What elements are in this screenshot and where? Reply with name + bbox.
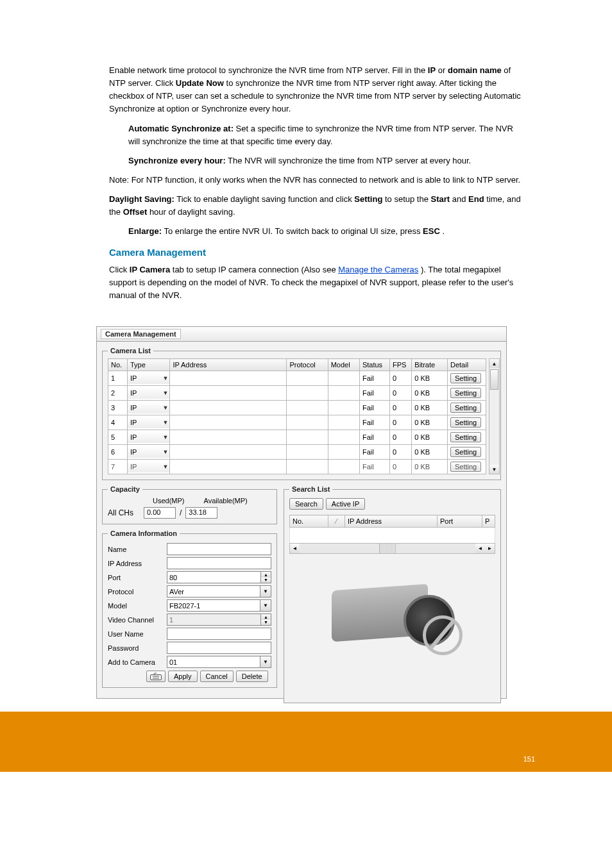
setting-button[interactable]: Setting: [450, 388, 481, 398]
chevron-down-icon[interactable]: ▼: [260, 585, 271, 597]
cell-model: [328, 460, 359, 474]
col-type[interactable]: Type: [127, 359, 169, 371]
search-button[interactable]: Search: [289, 498, 323, 510]
ip-input[interactable]: [167, 557, 271, 569]
sl-col-sort[interactable]: ∕: [328, 515, 345, 528]
chevron-down-icon[interactable]: ▼: [260, 599, 271, 612]
cell-detail: Setting: [447, 415, 486, 430]
search-list-hscroll[interactable]: ◄ ◄ ►: [289, 543, 495, 554]
sl-col-port[interactable]: Port: [438, 515, 482, 528]
sl-col-no[interactable]: No.: [290, 515, 328, 528]
add-to-camera-select[interactable]: [167, 656, 260, 668]
camera-info-legend: Camera Information: [108, 530, 180, 537]
scroll-up-icon[interactable]: ▲: [489, 359, 499, 368]
scroll-thumb[interactable]: [490, 369, 498, 390]
protocol-select[interactable]: [167, 585, 260, 597]
model-label: Model: [108, 602, 167, 610]
port-input[interactable]: [167, 571, 261, 583]
cell-type[interactable]: IP▼: [127, 460, 169, 474]
chevron-down-icon[interactable]: ▼: [162, 463, 168, 470]
prose-text: The NVR will synchronize the time from N…: [228, 156, 471, 165]
cell-ip: [170, 386, 287, 401]
add-to-camera-label: Add to Camera: [108, 658, 167, 666]
sl-col-ip[interactable]: IP Address: [345, 515, 438, 528]
col-bitrate[interactable]: Bitrate: [412, 359, 448, 371]
scroll-right-icon[interactable]: ►: [485, 544, 495, 553]
col-detail[interactable]: Detail: [447, 359, 486, 371]
cell-type[interactable]: IP▼: [127, 371, 169, 386]
table-row[interactable]: 5IP▼Fail00 KBSetting: [108, 430, 486, 445]
video-channel-spinner: ▲▼: [261, 613, 271, 626]
capacity-legend: Capacity: [108, 485, 142, 493]
search-list-group: Search List Search Active IP No. ∕: [284, 485, 501, 703]
setting-button[interactable]: Setting: [450, 373, 481, 383]
prose-bold: domain name: [448, 65, 502, 75]
video-channel-input: [167, 613, 261, 626]
chevron-down-icon[interactable]: ▼: [162, 434, 168, 440]
setting-button[interactable]: Setting: [450, 447, 481, 457]
cell-ip: [170, 371, 287, 386]
chevron-down-icon[interactable]: ▼: [162, 419, 168, 426]
name-input[interactable]: [167, 543, 271, 555]
delete-button[interactable]: Delete: [236, 671, 268, 682]
col-no[interactable]: No.: [108, 359, 128, 371]
table-row[interactable]: 7IP▼Fail00 KBSetting: [108, 460, 486, 474]
active-ip-button[interactable]: Active IP: [326, 498, 365, 510]
capacity-group: Capacity Used(MP) Available(MP) All CHs …: [102, 485, 277, 524]
chevron-down-icon[interactable]: ▼: [162, 405, 168, 411]
scroll-left2-icon[interactable]: ◄: [475, 544, 485, 553]
port-spinner[interactable]: ▲▼: [261, 571, 271, 583]
cell-bitrate: 0 KB: [412, 371, 448, 386]
cell-no: 7: [108, 460, 128, 474]
cell-no: 2: [108, 386, 128, 401]
cell-protocol: [287, 415, 328, 430]
cell-model: [328, 371, 359, 386]
chevron-down-icon[interactable]: ▼: [260, 656, 271, 668]
col-ip[interactable]: IP Address: [170, 359, 287, 371]
manage-cameras-link[interactable]: Manage the Cameras: [338, 265, 418, 274]
table-row[interactable]: 1IP▼Fail00 KBSetting: [108, 371, 486, 386]
setting-button[interactable]: Setting: [450, 462, 481, 472]
prose-bold: Offset: [123, 207, 148, 217]
scroll-down-icon[interactable]: ▼: [489, 465, 499, 474]
setting-button[interactable]: Setting: [450, 403, 481, 413]
cell-no: 4: [108, 415, 128, 430]
available-value: 33.18: [185, 507, 217, 519]
cell-detail: Setting: [447, 460, 486, 474]
table-row[interactable]: 2IP▼Fail00 KBSetting: [108, 386, 486, 401]
keyboard-button[interactable]: [146, 671, 166, 682]
cell-status: Fail: [359, 430, 389, 445]
col-fps[interactable]: FPS: [390, 359, 412, 371]
prose-bold: IP Camera: [130, 265, 170, 274]
cancel-button[interactable]: Cancel: [200, 671, 234, 682]
chevron-down-icon[interactable]: ▼: [162, 390, 168, 396]
cell-type[interactable]: IP▼: [127, 430, 169, 445]
password-input[interactable]: [167, 642, 271, 654]
sl-col-p[interactable]: P: [482, 515, 495, 528]
setting-button[interactable]: Setting: [450, 432, 481, 442]
cell-bitrate: 0 KB: [412, 401, 448, 415]
setting-button[interactable]: Setting: [450, 417, 481, 428]
camera-list-scrollbar[interactable]: ▲ ▼: [489, 358, 500, 474]
col-status[interactable]: Status: [359, 359, 389, 371]
chevron-down-icon[interactable]: ▼: [162, 375, 168, 381]
apply-button[interactable]: Apply: [168, 671, 198, 682]
table-row[interactable]: 4IP▼Fail00 KBSetting: [108, 415, 486, 430]
chevron-down-icon[interactable]: ▼: [162, 449, 168, 455]
table-row[interactable]: 6IP▼Fail00 KBSetting: [108, 445, 486, 460]
cell-type[interactable]: IP▼: [127, 386, 169, 401]
scroll-left-icon[interactable]: ◄: [290, 544, 300, 553]
cell-no: 3: [108, 401, 128, 415]
prose-bold: End: [468, 194, 484, 204]
cell-type[interactable]: IP▼: [127, 401, 169, 415]
username-input[interactable]: [167, 628, 271, 640]
cell-type[interactable]: IP▼: [127, 445, 169, 460]
cell-type[interactable]: IP▼: [127, 415, 169, 430]
col-model[interactable]: Model: [328, 359, 359, 371]
cell-fps: 0: [390, 460, 412, 474]
table-row[interactable]: 3IP▼Fail00 KBSetting: [108, 401, 486, 415]
scroll-grip[interactable]: [379, 544, 396, 553]
col-protocol[interactable]: Protocol: [287, 359, 328, 371]
model-select[interactable]: [167, 599, 260, 612]
prose-bold: Update Now: [176, 78, 224, 88]
